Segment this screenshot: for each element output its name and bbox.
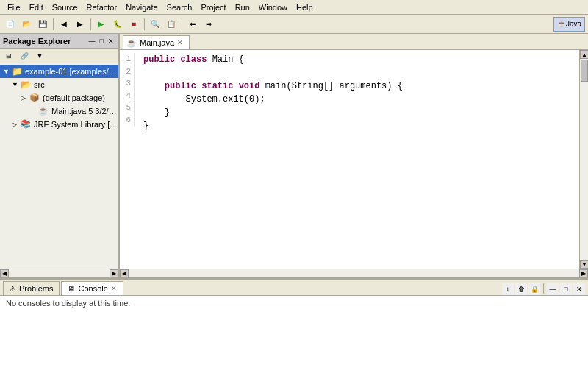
new-button[interactable]: 📄	[3, 17, 18, 32]
panel-clear-btn[interactable]: 🗑	[515, 283, 527, 295]
tree-arrow-jre: ▷	[12, 121, 21, 128]
main-container: Package Explorer — □ ✕ ⊟ 🔗 ▼ ▼ 📁 exa	[0, 34, 588, 368]
scroll-right-btn[interactable]: ▶	[110, 269, 118, 278]
tab-console[interactable]: 🖥 Console ✕	[61, 281, 123, 295]
console-icon: 🖥	[68, 285, 75, 293]
tree-label-default-pkg: (default package)	[43, 93, 105, 102]
toolbar-separator-2	[90, 18, 91, 30]
tree-label-src: src	[34, 80, 45, 89]
tab-close-button[interactable]: ✕	[177, 39, 183, 46]
toolbar-separator-1	[53, 18, 54, 30]
code-area: public class Main { public static void m…	[143, 53, 573, 132]
sidebar-view-menu-button[interactable]: ▼	[32, 49, 47, 63]
sidebar-tree: ▼ 📁 example-01 [examples/examp ▼ 📂 src ▷…	[0, 63, 118, 269]
open-button[interactable]: 📂	[19, 17, 34, 32]
stop-button[interactable]: ■	[126, 17, 141, 32]
menu-search[interactable]: Search	[162, 1, 197, 13]
editor-scroll-left-btn[interactable]: ◀	[120, 269, 129, 278]
scroll-left-btn[interactable]: ◀	[0, 269, 9, 278]
menu-run[interactable]: Run	[231, 1, 254, 13]
toolbar-separator-4	[182, 18, 182, 30]
project-icon: 📁	[12, 66, 24, 77]
toolbar-separator-3	[144, 18, 145, 30]
next-edit-button[interactable]: ➡	[201, 17, 216, 32]
code-line-6: }	[143, 119, 573, 132]
console-tab-label: Console	[78, 284, 107, 293]
prev-edit-button[interactable]: ⬅	[185, 17, 200, 32]
back-button[interactable]: ◀	[57, 17, 71, 32]
console-content: No consoles to display at this time.	[0, 296, 588, 368]
tab-problems[interactable]: ⚠ Problems	[3, 281, 60, 295]
code-editor[interactable]: 1 2 3 4 5 6 public class Main { public s…	[120, 50, 579, 269]
tab-java-icon: ☕	[126, 38, 137, 48]
debug-button[interactable]: 🐛	[110, 17, 125, 32]
tree-arrow-project: ▼	[3, 68, 12, 75]
scroll-down-btn[interactable]: ▼	[580, 260, 588, 269]
java-perspective-label: Java	[566, 20, 581, 28]
tree-item-project[interactable]: ▼ 📁 example-01 [examples/examp	[0, 65, 118, 78]
panel-minimize-btn[interactable]: —	[547, 283, 559, 295]
tree-arrow-default-pkg: ▷	[21, 94, 29, 102]
sidebar-maximize-icon[interactable]: □	[98, 37, 105, 46]
main-toolbar: 📄 📂 💾 ◀ ▶ ▶ 🐛 ■ 🔍 📋 ⬅ ➡ ☕ Java	[0, 15, 588, 34]
scroll-up-btn[interactable]: ▲	[580, 50, 588, 59]
panel-maximize-btn[interactable]: □	[560, 283, 572, 295]
code-line-3: public static void main(String[] argumen…	[143, 79, 573, 93]
menu-file[interactable]: File	[3, 1, 25, 13]
editor-tabs: ☕ Main.java ✕	[120, 34, 588, 50]
sidebar-title: Package Explorer	[3, 37, 71, 46]
panel-close-btn[interactable]: ✕	[573, 283, 585, 295]
console-tab-close[interactable]: ✕	[111, 285, 117, 292]
sidebar-close-icon[interactable]: ✕	[107, 37, 115, 46]
tree-item-default-pkg[interactable]: ▷ 📦 (default package)	[0, 91, 118, 105]
code-line-1: public class Main {	[143, 53, 573, 66]
console-message: No consoles to display at this time.	[6, 299, 130, 308]
editor-tab-main-java[interactable]: ☕ Main.java ✕	[123, 35, 190, 49]
panel-new-console-btn[interactable]: +	[502, 283, 514, 295]
panel-action-icons: + 🗑 🔒 — □ ✕	[502, 283, 588, 295]
menu-project[interactable]: Project	[196, 1, 230, 13]
tree-item-src[interactable]: ▼ 📂 src	[0, 78, 118, 91]
menu-navigate[interactable]: Navigate	[121, 1, 162, 13]
run-button[interactable]: ▶	[94, 17, 109, 32]
sidebar-horizontal-scrollbar[interactable]: ◀ ▶	[0, 269, 118, 277]
tab-main-java-label: Main.java	[140, 38, 174, 47]
problems-tab-label: Problems	[19, 284, 53, 293]
tree-label-project: example-01 [examples/examp	[25, 67, 118, 76]
tree-arrow-src: ▼	[12, 81, 21, 88]
code-line-2	[143, 66, 573, 79]
save-button[interactable]: 💾	[35, 17, 50, 32]
editor-horizontal-scrollbar[interactable]: ◀ ▶	[120, 269, 588, 277]
tree-label-main-java: Main.java 5 3/2/08 11:4	[51, 107, 118, 116]
editor-scroll-right-btn[interactable]: ▶	[579, 269, 588, 278]
tree-label-jre: JRE System Library [jre~1.6.0	[34, 120, 118, 129]
sidebar-minimize-icon[interactable]: —	[87, 37, 97, 46]
menu-help[interactable]: Help	[292, 1, 318, 13]
menu-refactor[interactable]: Refactor	[82, 1, 122, 13]
editor-vertical-scrollbar[interactable]: ▲ ▼	[579, 50, 588, 269]
menu-source[interactable]: Source	[48, 1, 82, 13]
panel-sep	[543, 283, 544, 294]
sidebar: Package Explorer — □ ✕ ⊟ 🔗 ▼ ▼ 📁 exa	[0, 34, 120, 277]
java-perspective-button[interactable]: ☕ Java	[553, 17, 585, 32]
package-icon: 📦	[29, 93, 41, 103]
menu-edit[interactable]: Edit	[25, 1, 48, 13]
library-icon: 📚	[21, 119, 32, 130]
forward-button[interactable]: ▶	[73, 17, 87, 32]
scroll-thumb[interactable]	[581, 60, 588, 82]
panel-scroll-lock-btn[interactable]: 🔒	[528, 283, 540, 295]
menu-window[interactable]: Window	[254, 1, 292, 13]
top-split: Package Explorer — □ ✕ ⊟ 🔗 ▼ ▼ 📁 exa	[0, 34, 588, 280]
search-open-button[interactable]: 🔍	[148, 17, 162, 32]
tree-item-main-java[interactable]: ☕ Main.java 5 3/2/08 11:4	[0, 105, 118, 118]
bottom-tabs: ⚠ Problems 🖥 Console ✕	[0, 279, 128, 295]
open-resource-button[interactable]: 📋	[164, 17, 179, 32]
collapse-all-button[interactable]: ⊟	[1, 49, 16, 63]
link-editor-button[interactable]: 🔗	[17, 49, 32, 63]
code-line-4: System.exit(0);	[143, 93, 573, 106]
line-numbers: 1 2 3 4 5 6	[120, 53, 135, 126]
sidebar-header: Package Explorer — □ ✕	[0, 34, 118, 49]
problems-icon: ⚠	[10, 285, 16, 293]
sidebar-header-icons: — □ ✕	[87, 37, 115, 46]
tree-item-jre[interactable]: ▷ 📚 JRE System Library [jre~1.6.0	[0, 118, 118, 131]
